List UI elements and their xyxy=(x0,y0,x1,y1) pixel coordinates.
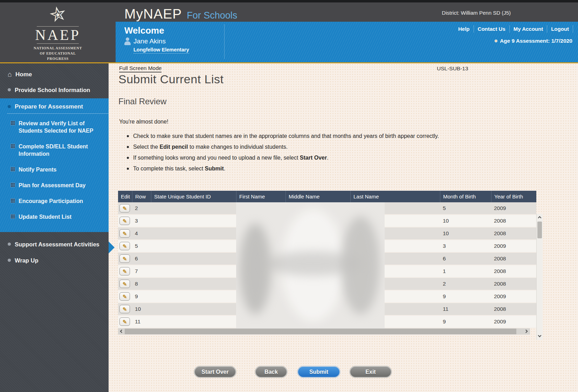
cell-id xyxy=(151,240,236,252)
column-header-month-of-birth: Month of Birth xyxy=(440,191,491,202)
table-header-row: EditRowState Unique Student IDFirst Name… xyxy=(118,191,536,202)
cell-row: 7 xyxy=(132,265,151,277)
column-header-middle-name: Middle Name xyxy=(285,191,350,202)
edit-cell: ✎ xyxy=(118,227,132,239)
vertical-scrollbar[interactable] xyxy=(536,214,543,340)
instruction-bullet: Check to make sure that student names ar… xyxy=(127,132,474,140)
scroll-left-arrow-icon[interactable] xyxy=(118,328,124,335)
cell-year: 2008 xyxy=(491,227,536,239)
edit-cell: ✎ xyxy=(118,316,132,328)
user-name: Jane Akins xyxy=(133,37,166,45)
edit-row-button[interactable]: ✎ xyxy=(119,267,130,275)
logo-rule-bottom xyxy=(37,43,79,44)
scroll-right-arrow-icon[interactable] xyxy=(524,328,530,335)
edit-cell: ✎ xyxy=(118,278,132,290)
edit-row-button[interactable]: ✎ xyxy=(119,317,130,326)
edit-cell: ✎ xyxy=(118,290,132,302)
cell-year: 2009 xyxy=(491,316,536,328)
instruction-bullet: Select the Edit pencil to make changes t… xyxy=(127,143,474,151)
logo-org-text: NATIONAL ASSESSMENTOF EDUCATIONALPROGRES… xyxy=(0,46,116,61)
edit-pencil-icon: ✎ xyxy=(123,307,127,312)
app-tagline: For Schools xyxy=(187,10,237,21)
target-icon xyxy=(495,40,497,42)
person-icon xyxy=(124,37,131,45)
cell-year: 2009 xyxy=(491,202,536,214)
cell-row: 10 xyxy=(132,303,151,315)
column-header-year-of-birth: Year of Birth xyxy=(491,191,536,202)
cell-id xyxy=(151,215,236,227)
edit-pencil-icon: ✎ xyxy=(123,231,127,236)
section-title: Final Review xyxy=(118,97,166,106)
cell-year: 2008 xyxy=(491,215,536,227)
cell-month: 2 xyxy=(440,278,491,290)
edit-row-button[interactable]: ✎ xyxy=(119,204,130,212)
cell-year: 2008 xyxy=(491,278,536,290)
scroll-up-arrow-icon[interactable] xyxy=(537,215,543,220)
cell-year: 2008 xyxy=(491,265,536,277)
edit-row-button[interactable]: ✎ xyxy=(119,280,130,288)
cell-row: 2 xyxy=(132,202,151,214)
column-header-last-name: Last Name xyxy=(350,191,440,202)
start-over-button[interactable]: Start Over xyxy=(194,366,236,378)
cell-id xyxy=(151,278,236,290)
edit-pencil-icon: ✎ xyxy=(123,281,127,287)
edit-pencil-icon: ✎ xyxy=(123,218,127,224)
edit-pencil-icon: ✎ xyxy=(123,319,127,324)
instruction-bullets: Check to make sure that student names ar… xyxy=(127,132,474,175)
logo-org-line: PROGRESS xyxy=(0,56,116,61)
header-link-logout[interactable]: Logout xyxy=(547,26,573,33)
cell-month: 11 xyxy=(440,303,491,315)
main-content: Full Screen Mode USL-SUB-13 Submit Curre… xyxy=(109,63,578,392)
logo-rule-top xyxy=(37,26,79,27)
logo-org-line: NATIONAL ASSESSMENT xyxy=(0,46,116,51)
exit-button[interactable]: Exit xyxy=(349,366,392,378)
edit-row-button[interactable]: ✎ xyxy=(119,242,130,250)
district-label: District: William Penn SD (J5) xyxy=(442,10,511,16)
horizontal-scroll-thumb[interactable] xyxy=(125,329,516,334)
scroll-down-arrow-icon[interactable] xyxy=(537,334,543,339)
cell-id xyxy=(151,202,236,214)
table-body: ✎252009✎3102008✎4102008✎532009✎662008✎71… xyxy=(118,202,536,328)
edit-cell: ✎ xyxy=(118,265,132,277)
edit-row-button[interactable]: ✎ xyxy=(119,292,130,301)
full-screen-mode-link[interactable]: Full Screen Mode xyxy=(119,65,161,72)
cell-month: 6 xyxy=(440,253,491,265)
back-button[interactable]: Back xyxy=(255,366,288,378)
edit-cell: ✎ xyxy=(118,253,132,265)
edit-row-button[interactable]: ✎ xyxy=(119,254,130,263)
header-link-contact-us[interactable]: Contact Us xyxy=(474,26,510,33)
edit-row-button[interactable]: ✎ xyxy=(119,217,130,225)
cell-id xyxy=(151,253,236,265)
page-code: USL-SUB-13 xyxy=(437,65,468,72)
cell-row: 9 xyxy=(132,290,151,302)
horizontal-scrollbar[interactable] xyxy=(118,328,530,335)
cell-year: 2008 xyxy=(491,303,536,315)
assessment-label: Age 9 Assessment: 1/7/2020 xyxy=(500,38,572,44)
header-link-help[interactable]: Help xyxy=(454,26,474,33)
cell-row: 8 xyxy=(132,278,151,290)
submit-button[interactable]: Submit xyxy=(297,366,340,378)
star-icon: ★ ★ ★ xyxy=(0,4,116,26)
edit-row-button[interactable]: ✎ xyxy=(119,305,130,313)
edit-row-button[interactable]: ✎ xyxy=(119,229,130,238)
welcome-label: Welcome xyxy=(124,25,189,36)
page-title: Submit Current List xyxy=(118,72,224,86)
welcome-box: Welcome Jane Akins Longfellow Elementary xyxy=(124,25,189,54)
cell-row: 11 xyxy=(132,316,151,328)
cell-row: 5 xyxy=(132,240,151,252)
vertical-scroll-thumb[interactable] xyxy=(537,222,542,238)
column-header-edit: Edit xyxy=(118,191,132,202)
cell-month: 9 xyxy=(440,290,491,302)
edit-pencil-icon: ✎ xyxy=(123,269,127,274)
edit-cell: ✎ xyxy=(118,240,132,252)
sidebar-item-wrap-up[interactable]: Wrap Up xyxy=(0,63,39,264)
cell-row: 6 xyxy=(132,253,151,265)
student-table: EditRowState Unique Student IDFirst Name… xyxy=(118,191,543,335)
assessment-row: Age 9 Assessment: 1/7/2020 xyxy=(495,38,572,44)
redacted-names-region xyxy=(236,202,385,328)
cell-id xyxy=(151,227,236,239)
naep-logo: ★ ★ ★ NAEP NATIONAL ASSESSMENTOF EDUCATI… xyxy=(0,2,116,62)
school-link[interactable]: Longfellow Elementary xyxy=(133,47,189,54)
header-link-my-account[interactable]: My Account xyxy=(510,26,547,33)
edit-pencil-icon: ✎ xyxy=(123,206,127,211)
